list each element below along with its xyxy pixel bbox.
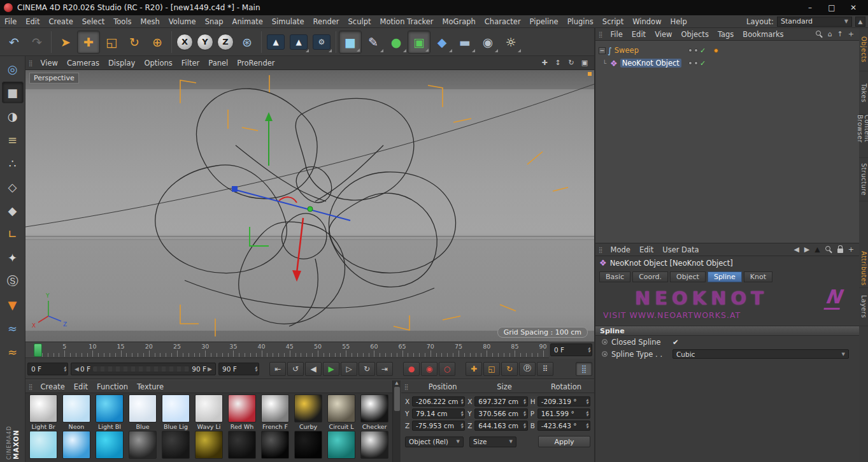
coordinate-value-input[interactable]: 644.163 cm ▲▼ xyxy=(474,421,527,431)
object-row-sweep[interactable]: − ∫ Sweep ✓ xyxy=(595,44,859,57)
end-frame-input[interactable]: 90 F▲▼ xyxy=(218,363,259,375)
coordinate-value-input[interactable]: -209.319 ° ▲▼ xyxy=(537,396,590,407)
render-view-button[interactable]: ▲ xyxy=(264,31,287,54)
menu-item[interactable]: Select xyxy=(78,15,109,27)
play-backward-button[interactable]: ↺ xyxy=(287,362,304,376)
spinner-arrows[interactable]: ▲▼ xyxy=(253,366,257,372)
add-cube-button[interactable]: ■ xyxy=(339,31,362,54)
material-item[interactable]: Light Bl xyxy=(93,394,126,431)
attribute-tab[interactable]: Coord. xyxy=(632,271,668,282)
camera-view-label[interactable]: Perspective xyxy=(29,73,79,83)
key-point-level-toggle[interactable]: ⠿ xyxy=(537,362,553,376)
viewport-menu-item[interactable]: View xyxy=(36,56,62,69)
range-left-arrow-icon[interactable]: ◀ xyxy=(73,366,80,372)
texture-mode-icon[interactable]: ◑ xyxy=(2,105,24,127)
menu-item[interactable]: File xyxy=(0,15,21,27)
edges-mode-icon[interactable]: ◇ xyxy=(2,176,24,198)
viewport-canvas[interactable]: Y X Z Perspective Grid Spacing : 100 cm xyxy=(25,70,594,342)
pan-view-button[interactable]: ✚ xyxy=(539,58,550,68)
object-manager-menu-item[interactable]: View xyxy=(650,28,676,40)
live-selection-tool[interactable]: ➤ xyxy=(54,31,77,54)
object-manager-menu-item[interactable]: Tags xyxy=(713,28,738,40)
material-menu-item[interactable]: Function xyxy=(92,380,132,393)
material-item[interactable]: Blue xyxy=(126,394,159,431)
add-panel-icon[interactable]: + xyxy=(848,246,854,253)
scale-tool[interactable]: ◱ xyxy=(100,31,123,54)
spinner-arrows[interactable]: ▲▼ xyxy=(585,422,588,429)
menu-item[interactable]: Plugins xyxy=(563,15,598,27)
spinner-arrows[interactable]: ▲▼ xyxy=(585,410,588,417)
autokey-button[interactable]: ◉ xyxy=(421,362,438,376)
keyframe-selection-button[interactable]: ○ xyxy=(439,362,455,376)
material-item[interactable]: Checker xyxy=(358,394,391,431)
spinner-arrows[interactable]: ▲▼ xyxy=(522,398,526,405)
menu-item[interactable]: Motion Tracker xyxy=(375,15,438,27)
range-right-arrow-icon[interactable]: ▶ xyxy=(206,366,213,372)
attribute-tab[interactable]: Object xyxy=(670,271,706,282)
menu-item[interactable]: Render xyxy=(309,15,344,27)
key-scale-toggle[interactable]: ◱ xyxy=(483,362,500,376)
parameter-dot-icon[interactable] xyxy=(602,339,608,345)
next-frame-button[interactable]: ▷ xyxy=(341,362,357,376)
panel-drag-handle-icon[interactable]: ⣿ xyxy=(595,31,606,38)
attribute-menu-item[interactable]: User Data xyxy=(658,243,703,256)
current-frame-input[interactable]: 0 F▲▼ xyxy=(27,363,68,375)
menu-item[interactable]: Sculpt xyxy=(344,15,376,27)
menu-item[interactable]: MoGraph xyxy=(438,15,480,27)
coordinate-system-toggle[interactable]: ⊛ xyxy=(236,31,259,54)
coordinate-value-input[interactable]: 161.599 ° ▲▼ xyxy=(537,408,590,419)
viewport-solo-icon[interactable]: ✦ xyxy=(2,247,24,268)
viewport-menu-item[interactable]: Panel xyxy=(204,56,232,69)
material-scrollbar[interactable]: ▲ xyxy=(392,380,401,462)
quantize-icon[interactable]: ≈ xyxy=(2,317,24,339)
material-item[interactable] xyxy=(93,431,126,459)
layout-collapse-icon[interactable]: ▲ xyxy=(855,17,865,27)
attribute-tab[interactable]: Basic xyxy=(599,271,630,282)
panel-drag-handle-icon[interactable]: ⣿ xyxy=(25,60,36,66)
spinner-arrows[interactable]: ▲▼ xyxy=(459,398,463,405)
collapse-icon[interactable]: − xyxy=(599,47,606,54)
goto-start-button[interactable]: ⇤ xyxy=(269,362,286,376)
object-row-neoknot[interactable]: └ ❖ NeoKnot Object ✓ xyxy=(595,57,859,69)
key-parameter-toggle[interactable]: Ⓟ xyxy=(519,362,536,376)
menu-item[interactable]: Character xyxy=(480,15,525,27)
visibility-toggles[interactable]: ✓ xyxy=(688,59,706,68)
add-deformer-button[interactable]: ◆ xyxy=(430,31,453,54)
material-item[interactable]: Curby xyxy=(292,394,325,431)
z-axis-lock[interactable]: Z xyxy=(217,34,234,50)
menu-item[interactable]: Mesh xyxy=(136,15,164,27)
search-icon[interactable] xyxy=(816,31,823,38)
layout-select[interactable]: Standard ▼ xyxy=(777,17,852,27)
panel-drag-handle-icon[interactable]: ⣿ xyxy=(595,247,606,253)
render-settings-button[interactable]: ⚙ xyxy=(310,31,333,54)
polygons-mode-icon[interactable]: ◆ xyxy=(2,199,24,221)
menu-item[interactable]: Tools xyxy=(109,15,136,27)
editor-visibility-dot[interactable] xyxy=(688,61,692,65)
up-arrow-icon[interactable]: ↑ xyxy=(837,31,843,38)
size-mode-select[interactable]: Size▼ xyxy=(469,437,516,447)
zoom-view-button[interactable]: ↕ xyxy=(552,58,564,68)
attribute-tab[interactable]: Knot xyxy=(744,271,772,282)
material-item[interactable] xyxy=(292,431,325,459)
material-menu-item[interactable]: Create xyxy=(36,380,69,393)
material-item[interactable]: Red Wh xyxy=(225,394,259,431)
spline-type-select[interactable]: Cubic ▼ xyxy=(672,349,849,359)
material-item[interactable]: French F xyxy=(259,394,292,431)
spinner-arrows[interactable]: ▲▼ xyxy=(522,422,526,429)
make-editable-icon[interactable]: ◎ xyxy=(2,58,24,80)
object-manager-menu-item[interactable]: File xyxy=(606,28,627,40)
model-mode-icon[interactable]: ■ xyxy=(2,82,24,103)
panel-drag-handle-icon[interactable]: ⣿ xyxy=(401,384,412,390)
add-camera-button[interactable]: ◉ xyxy=(476,31,499,54)
range-track[interactable] xyxy=(93,366,189,372)
frame-range-slider[interactable]: ◀ 0 F 90 F ▶ xyxy=(71,363,216,375)
material-menu-item[interactable]: Texture xyxy=(132,380,168,393)
coordinate-value-input[interactable]: 697.327 cm ▲▼ xyxy=(474,396,527,407)
editor-visibility-dot[interactable] xyxy=(688,48,692,52)
add-light-button[interactable]: ☼ xyxy=(499,31,522,54)
workplane-snap-icon[interactable]: ≈ xyxy=(2,341,24,363)
add-subdivision-surface-button[interactable]: ● xyxy=(385,31,408,54)
manager-tab[interactable]: Attributes xyxy=(859,250,868,288)
material-item[interactable] xyxy=(126,431,159,459)
menu-item[interactable]: Volume xyxy=(164,15,201,27)
